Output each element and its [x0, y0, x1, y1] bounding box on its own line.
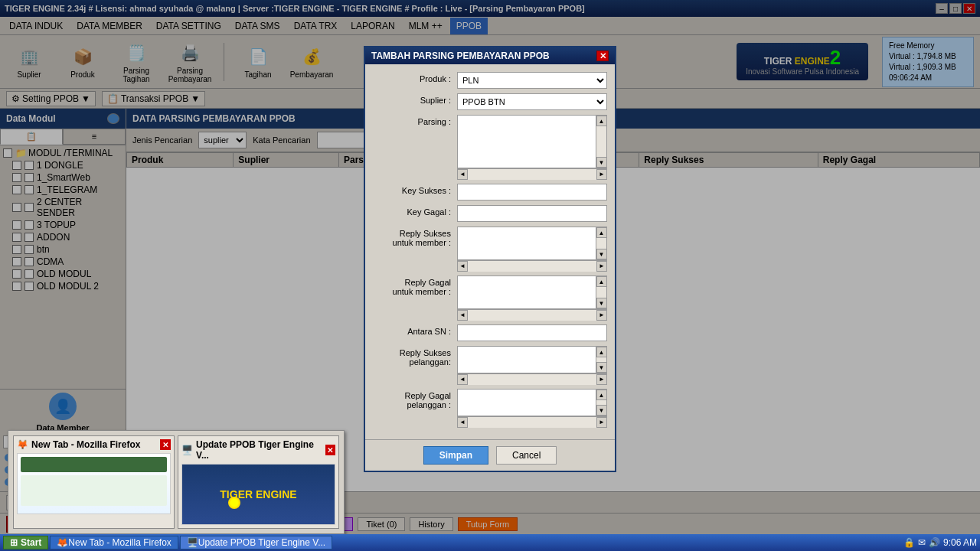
simpan-button[interactable]: Simpan	[423, 446, 488, 465]
ts-mail-icon: ✉	[918, 537, 926, 548]
rgm-scroll-up[interactable]: ▲	[596, 276, 607, 287]
key-gagal-input[interactable]	[457, 205, 607, 222]
parsing-scroll-h: ◄ ►	[457, 168, 607, 179]
form-row-reply-gagal-pelanggan: Reply Gagalpelanggan : ▲ ▼ ◄ ►	[373, 389, 607, 427]
firefox-thumb-nav	[21, 457, 167, 472]
antara-sn-label: Antara SN :	[373, 324, 457, 336]
parsing-textarea[interactable]	[458, 116, 596, 168]
parsing-scroll-down[interactable]: ▼	[596, 157, 607, 168]
rsp-container: ▲ ▼	[457, 346, 607, 373]
suplier-select[interactable]: PPOB BTN PPOB BRI	[457, 93, 607, 110]
reply-gagal-member-textarea[interactable]	[458, 276, 596, 308]
produk-control: PLN BPJS PDAM	[457, 72, 607, 89]
key-sukses-input[interactable]	[457, 184, 607, 201]
firefox-thumb-content	[21, 475, 167, 506]
modal-title: TAMBAH PARSING PEMBAYARAN PPOB	[371, 51, 550, 61]
taskbar-firefox-close[interactable]: ✕	[160, 439, 171, 450]
reply-gagal-pelanggan-control: ▲ ▼ ◄ ►	[457, 389, 607, 427]
parsing-control: ▲ ▼ ◄ ►	[457, 115, 607, 179]
cursor-indicator	[228, 497, 240, 509]
parsing-scroll-v: ▲ ▼	[596, 116, 606, 168]
reply-gagal-member-container: ▲ ▼	[457, 276, 607, 309]
firefox-icon: 🦊	[17, 439, 28, 450]
rsm-scroll-v: ▲ ▼	[596, 227, 606, 259]
reply-sukses-member-control: ▲ ▼ ◄ ►	[457, 227, 607, 271]
taskbar-app-firefox[interactable]: 🦊 New Tab - Mozilla Firefox	[50, 536, 178, 549]
form-row-parsing: Parsing : ▲ ▼ ◄ ►	[373, 115, 607, 179]
taskbar-popup-firefox[interactable]: 🦊 New Tab - Mozilla Firefox ✕	[13, 435, 175, 529]
firefox-taskbar-icon: 🦊	[57, 537, 68, 548]
tiger-app-label: Update PPOB Tiger Engine V...	[198, 537, 325, 548]
produk-select[interactable]: PLN BPJS PDAM	[457, 72, 607, 89]
rsm-scroll-right[interactable]: ►	[596, 261, 607, 272]
modal-close-btn[interactable]: ✕	[596, 51, 609, 61]
parsing-scroll-h-track	[468, 169, 596, 180]
rgm-scroll-v: ▲ ▼	[596, 276, 606, 308]
modal-footer: Simpan Cancel	[365, 439, 615, 471]
taskbar: ⊞ Start 🦊 New Tab - Mozilla Firefox 🖥️ U…	[0, 534, 980, 551]
taskbar-tiger-close[interactable]: ✕	[325, 445, 335, 455]
ts-sound-icon: 🔊	[929, 537, 940, 548]
parsing-scroll-up[interactable]: ▲	[596, 116, 607, 126]
rgp-scroll-up[interactable]: ▲	[596, 390, 607, 400]
modal-body: Produk : PLN BPJS PDAM Suplier : PPOB BT…	[365, 64, 615, 439]
rsp-scroll-h: ◄ ►	[457, 373, 607, 384]
rgp-scroll-h-track	[468, 417, 596, 428]
tiger-app-icon: 🖥️	[187, 537, 198, 548]
modal-title-bar: TAMBAH PARSING PEMBAYARAN PPOB ✕	[365, 47, 615, 64]
reply-sukses-pelanggan-textarea[interactable]	[458, 347, 596, 373]
taskbar-status-icons: 🔒 ✉ 🔊	[903, 537, 940, 548]
rsm-scroll-h-track	[468, 261, 596, 272]
rsp-scroll-right[interactable]: ►	[596, 374, 607, 385]
rsm-scroll-up[interactable]: ▲	[596, 227, 607, 238]
rgp-container: ▲ ▼	[457, 389, 607, 416]
rgm-scroll-right[interactable]: ►	[596, 310, 607, 321]
ts-network-icon: 🔒	[903, 537, 915, 548]
taskbar-app-tiger[interactable]: 🖥️ Update PPOB Tiger Engine V...	[180, 536, 332, 549]
key-gagal-label: Key Gagal :	[373, 205, 457, 217]
rsm-scroll-left[interactable]: ◄	[457, 261, 468, 272]
form-row-reply-sukses-member: Reply Suksesuntuk member : ▲ ▼ ◄ ►	[373, 227, 607, 271]
parsing-label: Parsing :	[373, 115, 457, 126]
rsp-scroll-up[interactable]: ▲	[596, 347, 607, 357]
rsp-scroll-h-track	[468, 374, 596, 385]
key-sukses-label: Key Sukses :	[373, 184, 457, 195]
rgm-scroll-down[interactable]: ▼	[596, 298, 607, 308]
rgm-scroll-h: ◄ ►	[457, 309, 607, 320]
reply-gagal-member-label: Reply Gagaluntuk member :	[373, 276, 457, 296]
antara-sn-input[interactable]	[457, 324, 607, 341]
rsp-scroll-down[interactable]: ▼	[596, 362, 607, 373]
suplier-control: PPOB BTN PPOB BRI	[457, 93, 607, 110]
rsm-scroll-h: ◄ ►	[457, 260, 607, 271]
parsing-scroll-right[interactable]: ►	[596, 169, 607, 180]
reply-gagal-pelanggan-textarea[interactable]	[458, 390, 596, 416]
rgp-scroll-h: ◄ ►	[457, 416, 607, 427]
reply-sukses-member-container: ▲ ▼	[457, 227, 607, 260]
firefox-thumb	[17, 453, 171, 514]
windows-icon: ⊞	[10, 537, 18, 548]
key-gagal-control	[457, 205, 607, 222]
form-row-key-sukses: Key Sukses :	[373, 184, 607, 201]
rgp-scroll-right[interactable]: ►	[596, 417, 607, 428]
taskbar-right: 🔒 ✉ 🔊 9:06 AM	[903, 537, 977, 548]
rgm-scroll-left[interactable]: ◄	[457, 310, 468, 321]
suplier-label: Suplier :	[373, 93, 457, 105]
taskbar-firefox-header: 🦊 New Tab - Mozilla Firefox ✕	[17, 439, 171, 450]
reply-sukses-member-textarea[interactable]	[458, 227, 596, 259]
reply-gagal-pelanggan-label: Reply Gagalpelanggan :	[373, 389, 457, 409]
rgp-scroll-down[interactable]: ▼	[596, 405, 607, 416]
taskbar-popup: 🦊 New Tab - Mozilla Firefox ✕ 🖥️ Update …	[8, 430, 345, 534]
parsing-scroll-left[interactable]: ◄	[457, 169, 468, 180]
rgp-scroll-v: ▲ ▼	[596, 390, 606, 416]
rgm-scroll-h-track	[468, 310, 596, 321]
form-row-key-gagal: Key Gagal :	[373, 205, 607, 222]
start-button[interactable]: ⊞ Start	[3, 536, 48, 549]
form-row-suplier: Suplier : PPOB BTN PPOB BRI	[373, 93, 607, 110]
taskbar-popup-tiger[interactable]: 🖥️ Update PPOB Tiger Engine V... ✕ TIGER…	[178, 435, 339, 529]
rgp-scroll-left[interactable]: ◄	[457, 417, 468, 428]
rsp-scroll-left[interactable]: ◄	[457, 374, 468, 385]
form-row-antara-sn: Antara SN :	[373, 324, 607, 341]
rsm-scroll-down[interactable]: ▼	[596, 249, 607, 259]
reply-sukses-member-label: Reply Suksesuntuk member :	[373, 227, 457, 247]
cancel-button[interactable]: Cancel	[496, 446, 557, 465]
